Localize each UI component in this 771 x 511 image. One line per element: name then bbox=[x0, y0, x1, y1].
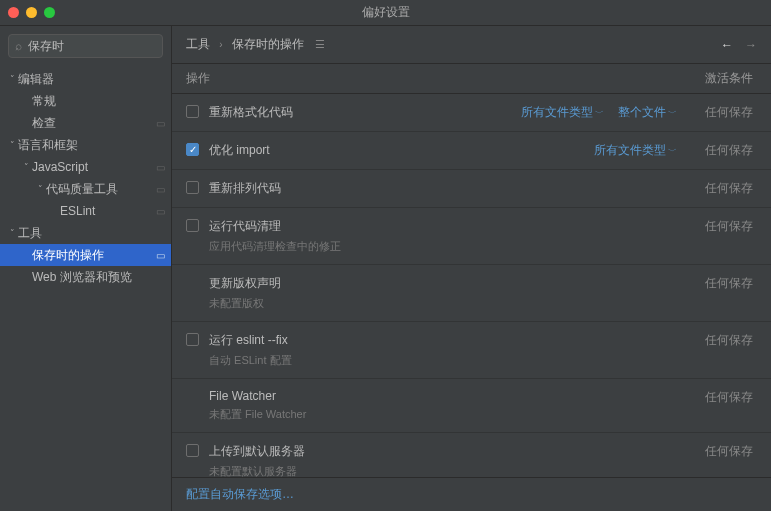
tree-node[interactable]: ˅工具 bbox=[0, 222, 171, 244]
tree-node-label: 语言和框架 bbox=[18, 137, 165, 154]
action-title: 运行 eslint --fix bbox=[209, 332, 288, 349]
table-row: 上传到默认服务器未配置默认服务器任何保存 bbox=[172, 433, 771, 478]
tree-node[interactable]: 保存时的操作▭ bbox=[0, 244, 171, 266]
action-title: File Watcher bbox=[209, 389, 276, 403]
project-badge-icon: ▭ bbox=[156, 206, 165, 217]
tree-node-label: JavaScript bbox=[32, 160, 156, 174]
table-row: 重新排列代码任何保存 bbox=[172, 170, 771, 208]
project-badge-icon: ▭ bbox=[156, 184, 165, 195]
table-row: File Watcher未配置 File Watcher任何保存 bbox=[172, 379, 771, 433]
activation-condition: 任何保存 bbox=[691, 170, 771, 208]
action-title: 重新格式化代码 bbox=[209, 104, 293, 121]
tree-node[interactable]: 常规 bbox=[0, 90, 171, 112]
main-panel: 工具 › 保存时的操作 ☰ ← → 操作 激活条件 bbox=[172, 26, 771, 511]
col-action: 操作 bbox=[172, 64, 691, 94]
chevron-down-icon: ˅ bbox=[6, 74, 18, 84]
chevron-down-icon: ﹀ bbox=[668, 108, 677, 118]
action-subtitle: 应用代码清理检查中的修正 bbox=[209, 239, 677, 254]
project-badge-icon: ▭ bbox=[156, 118, 165, 129]
tree-node[interactable]: ˅代码质量工具▭ bbox=[0, 178, 171, 200]
tree-node[interactable]: ˅JavaScript▭ bbox=[0, 156, 171, 178]
breadcrumb-leaf: 保存时的操作 bbox=[232, 37, 304, 51]
configure-autosave-link[interactable]: 配置自动保存选项… bbox=[186, 487, 294, 501]
tree-node-label: 检查 bbox=[32, 115, 156, 132]
settings-tree: ˅编辑器常规检查▭˅语言和框架˅JavaScript▭˅代码质量工具▭ESLin… bbox=[0, 66, 171, 511]
activation-condition: 任何保存 bbox=[691, 322, 771, 379]
action-title: 运行代码清理 bbox=[209, 218, 281, 235]
tree-node-label: ESLint bbox=[60, 204, 156, 218]
nav-arrows: ← → bbox=[721, 38, 757, 52]
tree-node[interactable]: Web 浏览器和预览 bbox=[0, 266, 171, 288]
action-subtitle: 未配置 File Watcher bbox=[209, 407, 677, 422]
chevron-down-icon: ˅ bbox=[6, 140, 18, 150]
action-option-dropdown[interactable]: 整个文件﹀ bbox=[618, 104, 677, 121]
tree-node-label: 编辑器 bbox=[18, 71, 165, 88]
table-row: 运行代码清理应用代码清理检查中的修正任何保存 bbox=[172, 208, 771, 265]
action-checkbox[interactable] bbox=[186, 333, 199, 346]
search-icon: ⌕ bbox=[15, 39, 22, 53]
chevron-down-icon: ﹀ bbox=[595, 108, 604, 118]
action-option-dropdown[interactable]: 所有文件类型﹀ bbox=[594, 142, 677, 159]
action-checkbox[interactable] bbox=[186, 219, 199, 232]
activation-condition: 任何保存 bbox=[691, 433, 771, 478]
action-checkbox[interactable] bbox=[186, 444, 199, 457]
activation-condition: 任何保存 bbox=[691, 379, 771, 433]
search-box[interactable]: ⌕ bbox=[8, 34, 163, 58]
table-row: 运行 eslint --fix自动 ESLint 配置任何保存 bbox=[172, 322, 771, 379]
action-title: 优化 import bbox=[209, 142, 270, 159]
nav-forward-icon: → bbox=[745, 38, 757, 52]
tree-node-label: 工具 bbox=[18, 225, 165, 242]
activation-condition: 任何保存 bbox=[691, 265, 771, 322]
table-row: 更新版权声明未配置版权任何保存 bbox=[172, 265, 771, 322]
action-title: 更新版权声明 bbox=[209, 275, 281, 292]
action-subtitle: 未配置版权 bbox=[209, 296, 677, 311]
activation-condition: 任何保存 bbox=[691, 208, 771, 265]
titlebar: 偏好设置 bbox=[0, 0, 771, 26]
tree-node[interactable]: ESLint▭ bbox=[0, 200, 171, 222]
table-row: 重新格式化代码所有文件类型﹀整个文件﹀任何保存 bbox=[172, 94, 771, 132]
gear-icon[interactable]: ☰ bbox=[315, 38, 325, 50]
action-subtitle: 未配置默认服务器 bbox=[209, 464, 677, 477]
action-title: 上传到默认服务器 bbox=[209, 443, 305, 460]
search-input[interactable] bbox=[28, 39, 156, 53]
chevron-down-icon: ˅ bbox=[6, 228, 18, 238]
nav-back-icon[interactable]: ← bbox=[721, 38, 733, 52]
tree-node[interactable]: 检查▭ bbox=[0, 112, 171, 134]
activation-condition: 任何保存 bbox=[691, 132, 771, 170]
action-checkbox[interactable] bbox=[186, 181, 199, 194]
chevron-down-icon: ﹀ bbox=[668, 146, 677, 156]
action-subtitle: 自动 ESLint 配置 bbox=[209, 353, 677, 368]
col-condition: 激活条件 bbox=[691, 64, 771, 94]
chevron-down-icon: ˅ bbox=[20, 162, 32, 172]
breadcrumb-root[interactable]: 工具 bbox=[186, 37, 210, 51]
project-badge-icon: ▭ bbox=[156, 250, 165, 261]
project-badge-icon: ▭ bbox=[156, 162, 165, 173]
activation-condition: 任何保存 bbox=[691, 94, 771, 132]
action-checkbox[interactable] bbox=[186, 143, 199, 156]
tree-node-label: 代码质量工具 bbox=[46, 181, 156, 198]
action-option-dropdown[interactable]: 所有文件类型﹀ bbox=[521, 104, 604, 121]
action-title: 重新排列代码 bbox=[209, 180, 281, 197]
main-header: 工具 › 保存时的操作 ☰ ← → bbox=[172, 26, 771, 64]
tree-node-label: Web 浏览器和预览 bbox=[32, 269, 165, 286]
tree-node-label: 保存时的操作 bbox=[32, 247, 156, 264]
window-title: 偏好设置 bbox=[0, 4, 771, 21]
tree-node[interactable]: ˅编辑器 bbox=[0, 68, 171, 90]
sidebar: ⌕ ˅编辑器常规检查▭˅语言和框架˅JavaScript▭˅代码质量工具▭ESL… bbox=[0, 26, 172, 511]
actions-table: 操作 激活条件 重新格式化代码所有文件类型﹀整个文件﹀任何保存优化 import… bbox=[172, 64, 771, 477]
chevron-down-icon: ˅ bbox=[34, 184, 46, 194]
tree-node-label: 常规 bbox=[32, 93, 165, 110]
breadcrumb: 工具 › 保存时的操作 ☰ bbox=[186, 36, 325, 53]
footer: 配置自动保存选项… bbox=[172, 477, 771, 511]
tree-node[interactable]: ˅语言和框架 bbox=[0, 134, 171, 156]
table-row: 优化 import所有文件类型﹀任何保存 bbox=[172, 132, 771, 170]
action-checkbox[interactable] bbox=[186, 105, 199, 118]
chevron-right-icon: › bbox=[219, 39, 222, 50]
